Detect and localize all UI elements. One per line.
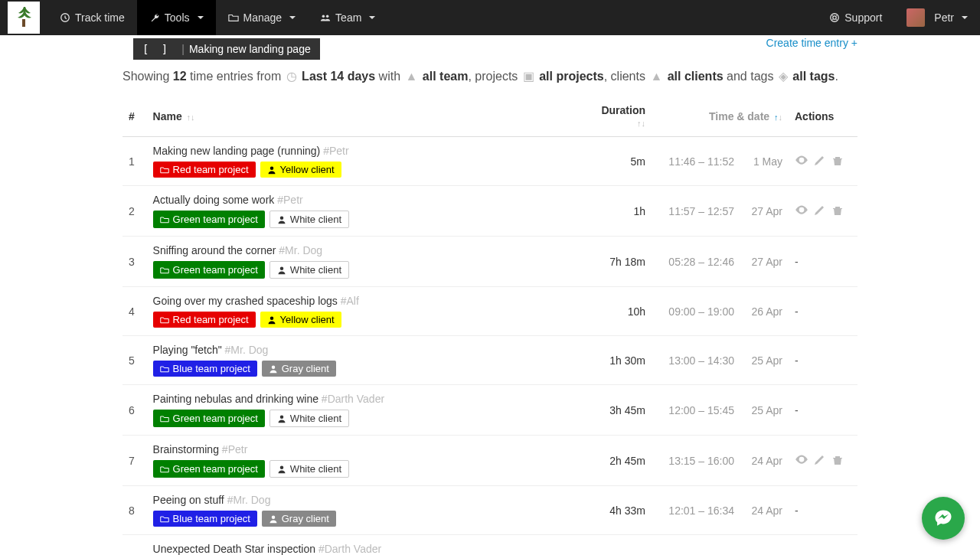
row-timedate: 12:01 – 16:3424 Apr [652, 486, 789, 535]
client-badge[interactable]: White client [270, 261, 349, 279]
delete-icon[interactable] [831, 155, 847, 170]
row-name: Actually doing some work #Petr Green tea… [147, 186, 583, 237]
filter-projects[interactable]: all projects [539, 70, 603, 83]
col-timedate[interactable]: Time & date ↑↓ [652, 96, 789, 137]
entry-title[interactable]: Actually doing some work #Petr [153, 194, 577, 206]
user-name: Petr [934, 11, 954, 24]
breadcrumb[interactable]: [ ] | Making new landing page [133, 38, 320, 60]
nav-tools-label: Tools [165, 11, 190, 24]
svg-point-2 [322, 15, 325, 18]
row-actions: - [789, 486, 858, 535]
nav-manage-label: Manage [243, 11, 283, 24]
project-badge[interactable]: Green team project [153, 410, 265, 427]
no-actions: - [795, 504, 799, 517]
client-badge[interactable]: Yellow client [260, 162, 341, 178]
svg-point-8 [280, 266, 284, 270]
row-timedate: 11:57 – 12:5727 Apr [652, 186, 789, 237]
project-badge[interactable]: Green team project [153, 261, 265, 279]
create-time-entry[interactable]: Create time entry + [766, 35, 858, 52]
view-icon[interactable] [795, 153, 810, 170]
table-row: 9 Unexpected Death Star inspection #Dart… [122, 535, 858, 556]
nav-user-menu[interactable]: Petr [894, 0, 980, 35]
table-row: 6 Painting nebulas and drinking wine #Da… [122, 385, 858, 436]
row-duration: 2h 45m [583, 436, 652, 486]
entry-title[interactable]: Unexpected Death Star inspection #Darth … [153, 543, 577, 555]
separator: | [181, 43, 185, 55]
col-name[interactable]: Name ↑↓ [147, 96, 583, 137]
view-icon[interactable] [795, 203, 810, 220]
wrench-icon [149, 12, 160, 23]
entry-assignee: #Darth Vader [322, 393, 384, 405]
svg-rect-0 [22, 19, 25, 27]
col-duration[interactable]: Duration ↑↓ [583, 96, 652, 137]
row-index: 3 [122, 237, 147, 287]
row-duration: 10h [583, 287, 652, 336]
table-row: 8 Peeing on stuff #Mr. Dog Blue team pro… [122, 486, 858, 535]
row-actions: - [789, 336, 858, 385]
client-badge[interactable]: White client [270, 211, 349, 228]
brand-logo[interactable] [8, 2, 40, 34]
svg-point-10 [272, 365, 276, 369]
row-index: 1 [122, 137, 147, 186]
row-actions: - [789, 535, 858, 556]
row-actions: - [789, 237, 858, 287]
project-badge[interactable]: Green team project [153, 211, 265, 228]
delete-icon[interactable] [831, 204, 847, 220]
row-actions: - [789, 385, 858, 436]
nav-manage[interactable]: Manage [216, 0, 309, 35]
nav-tools[interactable]: Tools [137, 0, 216, 35]
client-badge[interactable]: White client [270, 460, 349, 478]
view-icon[interactable] [795, 452, 810, 469]
plus-icon: + [851, 37, 858, 49]
client-badge[interactable]: Yellow client [260, 312, 341, 328]
row-index: 2 [122, 186, 147, 237]
filter-team[interactable]: all team [423, 70, 469, 83]
project-badge[interactable]: Red team project [153, 162, 256, 178]
row-duration: 5m [583, 137, 652, 186]
row-index: 4 [122, 287, 147, 336]
filter-range[interactable]: Last 14 days [302, 70, 375, 83]
table-row: 4 Going over my crashed spaceship logs #… [122, 287, 858, 336]
nav-track-time-label: Track time [75, 11, 125, 24]
entry-assignee: #Mr. Dog [279, 244, 322, 256]
entry-title[interactable]: Brainstorming #Petr [153, 443, 577, 455]
project-badge[interactable]: Red team project [153, 312, 256, 328]
nav-support[interactable]: Support [817, 0, 894, 35]
client-badge[interactable]: White client [270, 410, 349, 427]
client-badge[interactable]: Gray client [262, 361, 336, 377]
entry-title[interactable]: Playing "fetch" #Mr. Dog [153, 344, 577, 356]
entry-title[interactable]: Sniffing around the corner #Mr. Dog [153, 244, 577, 256]
filter-clients[interactable]: all clients [668, 70, 724, 83]
user-icon: ▲ [650, 70, 662, 83]
life-ring-icon [829, 12, 840, 23]
entry-title[interactable]: Making new landing page (running) #Petr [153, 145, 577, 157]
tree-icon [11, 5, 36, 30]
sort-icon: ↑↓ [637, 119, 645, 128]
edit-icon[interactable] [813, 155, 828, 170]
row-duration: 1h 30m [583, 336, 652, 385]
sort-icon: ↑↓ [774, 113, 782, 122]
entry-title[interactable]: Painting nebulas and drinking wine #Dart… [153, 393, 577, 405]
caret-icon [289, 16, 296, 19]
nav-track-time[interactable]: Track time [47, 0, 137, 35]
entry-assignee: #Darth Vader [318, 543, 381, 555]
chat-widget[interactable] [922, 497, 965, 540]
entry-title[interactable]: Going over my crashed spaceship logs #Al… [153, 295, 577, 307]
clock-icon: ◷ [286, 70, 297, 83]
row-timedate: 13:15 – 16:0024 Apr [652, 436, 789, 486]
entry-title[interactable]: Peeing on stuff #Mr. Dog [153, 494, 577, 506]
filter-tags[interactable]: all tags [792, 70, 835, 83]
delete-icon[interactable] [831, 454, 847, 469]
edit-icon[interactable] [813, 204, 828, 220]
nav-team[interactable]: Team [308, 0, 387, 35]
client-badge[interactable]: Gray client [262, 511, 336, 527]
project-badge[interactable]: Blue team project [153, 361, 257, 377]
row-timedate: 12:00 – 15:4525 Apr [652, 385, 789, 436]
caret-icon [962, 16, 968, 19]
project-badge[interactable]: Green team project [153, 460, 265, 478]
folder-icon: ▣ [523, 70, 534, 83]
entry-assignee: #Mr. Dog [225, 344, 269, 356]
edit-icon[interactable] [813, 454, 828, 469]
project-badge[interactable]: Blue team project [153, 511, 257, 527]
users-icon [320, 12, 331, 23]
